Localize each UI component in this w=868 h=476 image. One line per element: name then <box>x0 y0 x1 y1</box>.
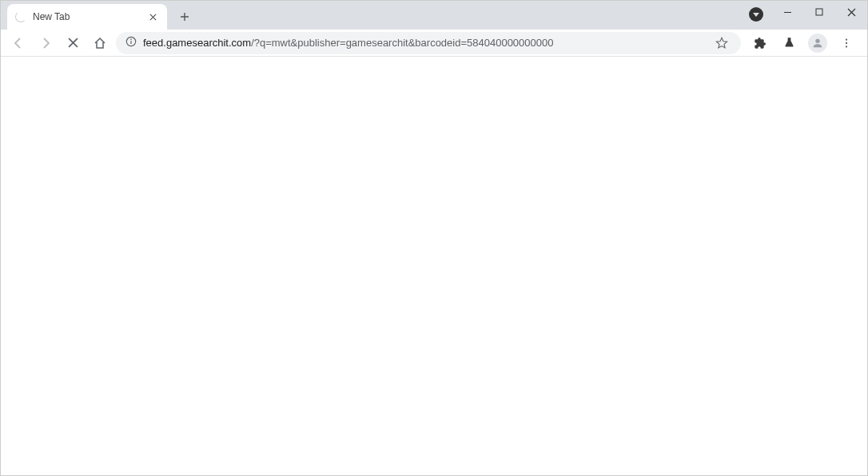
tab-close-button[interactable] <box>146 10 159 23</box>
maximize-button[interactable] <box>803 1 835 23</box>
site-info-icon[interactable] <box>125 36 137 50</box>
minimize-button[interactable] <box>771 1 803 23</box>
new-tab-button[interactable] <box>173 6 196 28</box>
profile-avatar[interactable] <box>806 32 829 54</box>
svg-point-3 <box>815 38 819 42</box>
svg-point-6 <box>846 46 847 47</box>
url-text: feed.gamesearchit.com/?q=mwt&publisher=g… <box>143 37 706 49</box>
chrome-menu-button[interactable] <box>835 32 858 54</box>
browser-tab[interactable]: New Tab <box>7 4 167 30</box>
extensions-area <box>746 32 861 54</box>
svg-point-4 <box>846 38 847 40</box>
url-host: feed.gamesearchit.com <box>143 37 251 49</box>
close-window-button[interactable] <box>835 1 867 23</box>
loading-spinner-icon <box>15 11 26 22</box>
back-button[interactable] <box>7 32 30 54</box>
home-button[interactable] <box>89 32 111 54</box>
stop-reload-button[interactable] <box>62 32 84 54</box>
svg-rect-0 <box>816 9 822 15</box>
tab-title: New Tab <box>33 11 70 22</box>
extensions-puzzle-icon[interactable] <box>749 32 771 54</box>
bookmark-star-button[interactable] <box>712 34 731 53</box>
tab-search-button[interactable] <box>749 7 763 22</box>
forward-button[interactable] <box>34 32 57 54</box>
svg-point-5 <box>846 42 847 43</box>
extension-flask-icon[interactable] <box>778 32 800 54</box>
toolbar: feed.gamesearchit.com/?q=mwt&publisher=g… <box>1 30 867 57</box>
window-controls <box>771 1 867 23</box>
tab-strip: New Tab <box>1 1 867 30</box>
svg-point-2 <box>130 39 132 41</box>
page-content <box>1 57 867 475</box>
address-bar[interactable]: feed.gamesearchit.com/?q=mwt&publisher=g… <box>116 32 741 54</box>
url-path: /?q=mwt&publisher=gamesearchit&barcodeid… <box>251 37 553 49</box>
